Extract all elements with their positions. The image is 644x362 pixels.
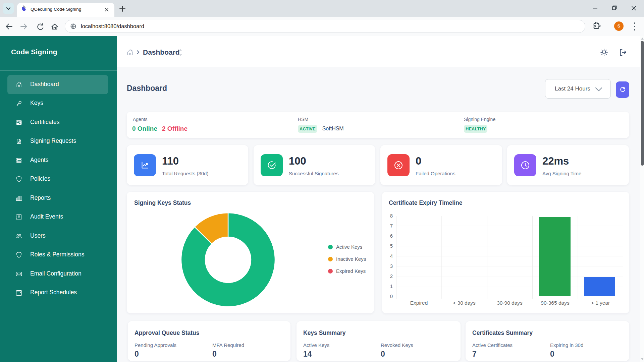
svg-text:< 30 days: < 30 days <box>453 300 476 306</box>
svg-text:1: 1 <box>390 283 393 289</box>
svg-text:2: 2 <box>390 273 393 279</box>
svg-text:> 1 year: > 1 year <box>591 300 610 306</box>
svg-text:7: 7 <box>390 223 393 229</box>
svg-text:90-365 days: 90-365 days <box>541 300 570 306</box>
svg-text:3: 3 <box>390 263 393 269</box>
svg-text:4: 4 <box>390 253 393 259</box>
svg-text:5: 5 <box>390 243 393 249</box>
svg-text:8: 8 <box>390 213 393 219</box>
svg-text:Expired Keys: Expired Keys <box>336 268 366 274</box>
svg-text:Inactive Keys: Inactive Keys <box>336 256 366 262</box>
svg-text:6: 6 <box>390 233 393 239</box>
svg-text:30-90 days: 30-90 days <box>497 300 523 306</box>
svg-text:Expired: Expired <box>410 300 428 306</box>
svg-text:Active Keys: Active Keys <box>336 245 362 250</box>
svg-text:0: 0 <box>390 293 393 299</box>
